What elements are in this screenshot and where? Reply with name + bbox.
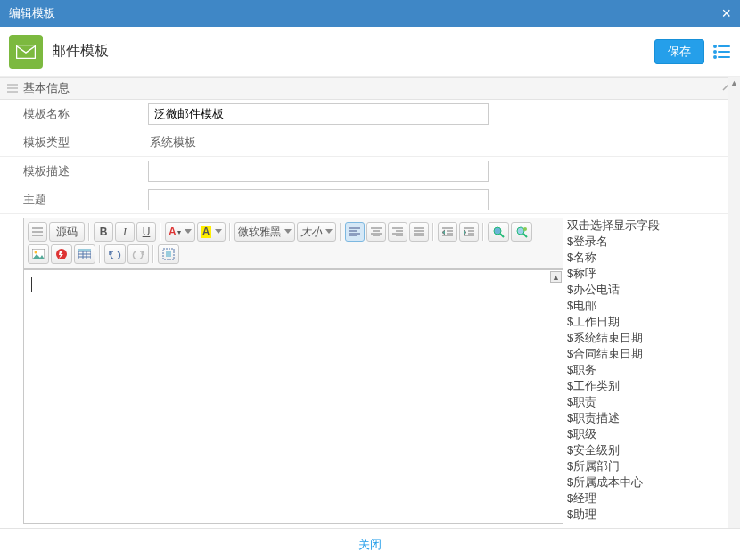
scroll-up-icon[interactable]: ▲: [728, 77, 740, 89]
separator: [229, 223, 231, 241]
table-icon[interactable]: [74, 244, 95, 264]
dialog-titlebar: 编辑模板 ×: [0, 0, 740, 27]
svg-line-40: [523, 234, 527, 237]
svg-point-37: [494, 227, 501, 235]
label-template-desc: 模板描述: [0, 163, 148, 179]
text-cursor: [31, 277, 32, 292]
value-template-type: 系统模板: [148, 135, 740, 151]
redo-icon[interactable]: [127, 244, 149, 264]
list-icon[interactable]: [713, 45, 731, 59]
label-template-type: 模板类型: [0, 135, 148, 151]
field-item[interactable]: $合同结束日期: [567, 346, 733, 362]
body-area: 源码 B I U A▾ A 微软雅黑 大小: [0, 214, 740, 524]
bg-color-select[interactable]: A: [197, 222, 226, 242]
field-picker: 双击选择显示字段 $登录名$名称$称呼$办公电话$电邮$工作日期$系统结束日期$…: [567, 218, 733, 524]
field-item[interactable]: $系统结束日期: [567, 330, 733, 346]
input-template-name[interactable]: [148, 103, 489, 125]
separator: [152, 245, 154, 263]
mail-icon: [16, 45, 36, 59]
field-item[interactable]: $职级: [567, 426, 733, 442]
align-justify-icon[interactable]: [409, 222, 429, 242]
source-button[interactable]: 源码: [49, 222, 85, 242]
separator: [160, 223, 161, 241]
outdent-icon[interactable]: [438, 222, 457, 242]
underline-button[interactable]: U: [136, 222, 156, 242]
rich-text-editor: 源码 B I U A▾ A 微软雅黑 大小: [23, 218, 563, 524]
undo-icon[interactable]: [104, 244, 126, 264]
field-item[interactable]: $称呼: [567, 266, 733, 282]
label-template-name: 模板名称: [0, 106, 148, 122]
text-color-select[interactable]: A▾: [165, 222, 195, 242]
svg-rect-51: [78, 249, 91, 251]
field-item[interactable]: $工作类别: [567, 378, 733, 394]
field-item[interactable]: $经理: [567, 490, 733, 506]
separator: [482, 223, 484, 241]
separator: [432, 223, 434, 241]
svg-point-43: [35, 251, 37, 254]
field-item[interactable]: $职责描述: [567, 410, 733, 426]
close-link[interactable]: 关闭: [358, 537, 382, 553]
field-item[interactable]: $职务: [567, 362, 733, 378]
row-subject: 主题: [0, 185, 740, 214]
field-item[interactable]: $登录名: [567, 234, 733, 250]
replace-icon[interactable]: [511, 222, 532, 242]
font-size-select[interactable]: 大小: [297, 222, 336, 242]
field-item[interactable]: $名称: [567, 250, 733, 266]
list-toggle-icon[interactable]: [28, 222, 47, 242]
indent-icon[interactable]: [459, 222, 479, 242]
svg-point-39: [517, 227, 524, 235]
input-template-desc[interactable]: [148, 161, 489, 182]
svg-rect-53: [166, 251, 171, 257]
italic-button[interactable]: I: [115, 222, 135, 242]
field-picker-header: 双击选择显示字段: [567, 218, 733, 234]
field-item[interactable]: $安全级别: [567, 442, 733, 458]
field-item[interactable]: $所属成本中心: [567, 474, 733, 490]
dialog-footer: 关闭: [0, 528, 740, 560]
field-item[interactable]: $所属部门: [567, 458, 733, 474]
mail-badge: [9, 35, 43, 69]
close-icon[interactable]: ×: [721, 4, 731, 23]
page-title: 邮件模板: [52, 42, 654, 61]
row-template-name: 模板名称: [0, 100, 740, 128]
select-all-icon[interactable]: [158, 244, 179, 264]
field-item[interactable]: $工作日期: [567, 314, 733, 330]
svg-line-38: [500, 234, 504, 237]
font-family-select[interactable]: 微软雅黑: [234, 222, 295, 242]
flash-icon[interactable]: [51, 244, 72, 264]
editor-content[interactable]: ▲: [24, 269, 563, 523]
align-left-icon[interactable]: [345, 222, 365, 242]
separator: [88, 223, 90, 241]
field-item[interactable]: $职责: [567, 394, 733, 410]
field-item[interactable]: $办公电话: [567, 282, 733, 298]
svg-point-3: [714, 51, 716, 53]
field-item[interactable]: $电邮: [567, 298, 733, 314]
save-button[interactable]: 保存: [654, 39, 704, 64]
input-subject[interactable]: [148, 189, 489, 210]
bold-button[interactable]: B: [94, 222, 113, 242]
editor-toolbar: 源码 B I U A▾ A 微软雅黑 大小: [24, 218, 563, 269]
section-title: 基本信息: [23, 80, 70, 96]
row-template-desc: 模板描述: [0, 157, 740, 185]
row-template-type: 模板类型 系统模板: [0, 128, 740, 157]
label-subject: 主题: [0, 192, 148, 208]
image-icon[interactable]: [28, 244, 49, 264]
hamburger-icon: [7, 84, 18, 93]
svg-point-41: [523, 227, 527, 231]
svg-point-5: [714, 56, 716, 58]
field-item[interactable]: $助理: [567, 506, 733, 523]
svg-point-1: [714, 45, 716, 47]
scrollbar[interactable]: ▲: [728, 77, 740, 528]
align-center-icon[interactable]: [366, 222, 386, 242]
dialog-title: 编辑模板: [9, 5, 55, 21]
separator: [340, 223, 341, 241]
find-icon[interactable]: [488, 222, 509, 242]
svg-rect-0: [17, 45, 36, 58]
align-right-icon[interactable]: [388, 222, 407, 242]
separator: [99, 245, 101, 263]
section-basic-info[interactable]: 基本信息: [0, 77, 740, 100]
form: 模板名称 模板类型 系统模板 模板描述 主题: [0, 100, 740, 214]
scroll-up-icon[interactable]: ▲: [550, 271, 562, 283]
page-header: 邮件模板 保存: [0, 27, 740, 77]
